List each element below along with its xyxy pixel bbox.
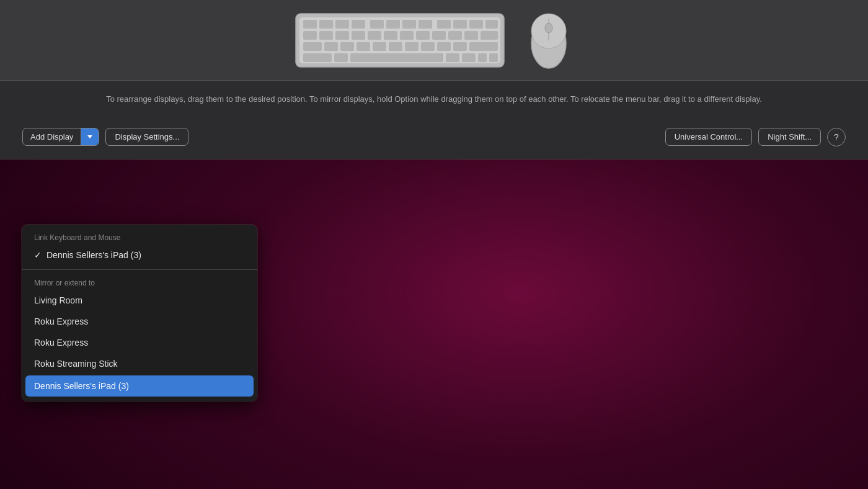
add-display-main-button[interactable]: Add Display <box>23 128 81 145</box>
add-display-chevron-button[interactable] <box>81 128 99 145</box>
svg-rect-9 <box>418 20 432 29</box>
svg-rect-29 <box>356 42 370 51</box>
dropdown-item-label: Roku Express <box>34 338 88 348</box>
svg-rect-37 <box>303 53 332 62</box>
svg-rect-40 <box>446 53 459 62</box>
svg-rect-23 <box>448 31 462 40</box>
add-display-button-group[interactable]: Add Display <box>22 128 99 146</box>
svg-rect-36 <box>469 42 498 51</box>
svg-rect-32 <box>405 42 418 51</box>
svg-rect-42 <box>478 53 487 62</box>
add-display-dropdown: Link Keyboard and Mouse ✓ Dennis Sellers… <box>22 225 257 402</box>
dropdown-item-label: Roku Express <box>34 316 88 326</box>
mouse-icon <box>524 6 574 74</box>
dropdown-item-living-room[interactable]: Living Room <box>22 290 257 311</box>
dropdown-item-roku-streaming-stick[interactable]: Roku Streaming Stick <box>22 353 257 374</box>
svg-rect-14 <box>303 31 317 40</box>
svg-rect-39 <box>350 53 443 62</box>
keyboard-illustration <box>294 6 574 74</box>
svg-rect-26 <box>303 42 322 51</box>
dropdown-item-roku-express-2[interactable]: Roku Express <box>22 332 257 353</box>
toolbar: Add Display Display Settings... Universa… <box>0 118 868 159</box>
dropdown-item-label: Dennis Sellers's iPad (3) <box>34 381 129 391</box>
svg-rect-35 <box>453 42 467 51</box>
svg-rect-15 <box>319 31 333 40</box>
svg-rect-16 <box>335 31 349 40</box>
svg-rect-13 <box>485 20 498 29</box>
svg-rect-6 <box>370 20 384 29</box>
svg-rect-4 <box>335 20 349 29</box>
svg-rect-10 <box>437 20 451 29</box>
svg-rect-20 <box>400 31 414 40</box>
chevron-down-icon <box>87 135 92 138</box>
dropdown-item-roku-express-1[interactable]: Roku Express <box>22 311 257 332</box>
svg-rect-7 <box>386 20 400 29</box>
svg-point-47 <box>545 23 552 33</box>
display-settings-button[interactable]: Display Settings... <box>105 128 188 146</box>
night-shift-button[interactable]: Night Shift... <box>758 128 821 146</box>
svg-rect-27 <box>324 42 338 51</box>
svg-rect-17 <box>352 31 365 40</box>
svg-rect-31 <box>389 42 402 51</box>
svg-rect-21 <box>416 31 430 40</box>
svg-rect-41 <box>462 53 476 62</box>
svg-rect-18 <box>368 31 381 40</box>
keyboard-area <box>0 0 868 81</box>
dropdown-item-label: Dennis Sellers's iPad (3) <box>46 250 141 260</box>
svg-rect-11 <box>453 20 467 29</box>
svg-rect-12 <box>469 20 483 29</box>
info-text: To rearrange displays, drag them to the … <box>25 93 843 105</box>
svg-rect-24 <box>464 31 478 40</box>
info-bar: To rearrange displays, drag them to the … <box>0 81 868 118</box>
svg-rect-38 <box>334 53 348 62</box>
dropdown-item-dennis-ipad-mirror[interactable]: Dennis Sellers's iPad (3) <box>25 375 254 397</box>
svg-rect-2 <box>303 20 317 29</box>
dropdown-item-label: Living Room <box>34 295 82 305</box>
checkmark-icon: ✓ <box>34 250 42 260</box>
keyboard-icon <box>294 12 505 68</box>
svg-rect-25 <box>480 31 498 40</box>
svg-rect-28 <box>340 42 354 51</box>
dropdown-divider <box>22 269 257 270</box>
svg-rect-19 <box>384 31 397 40</box>
dropdown-section-mirror: Mirror or extend to <box>22 274 257 290</box>
help-button[interactable]: ? <box>827 128 846 146</box>
dropdown-item-label: Roku Streaming Stick <box>34 359 118 369</box>
svg-rect-34 <box>437 42 451 51</box>
universal-control-button[interactable]: Universal Control... <box>665 128 753 146</box>
svg-rect-43 <box>489 53 498 62</box>
svg-rect-33 <box>421 42 435 51</box>
svg-rect-5 <box>352 20 365 29</box>
svg-rect-8 <box>402 20 416 29</box>
top-panel: To rearrange displays, drag them to the … <box>0 0 868 159</box>
dropdown-item-dennis-ipad-link[interactable]: ✓ Dennis Sellers's iPad (3) <box>22 244 257 266</box>
svg-rect-3 <box>319 20 333 29</box>
svg-rect-22 <box>432 31 446 40</box>
svg-rect-30 <box>373 42 386 51</box>
dropdown-section-link-keyboard: Link Keyboard and Mouse <box>22 228 257 244</box>
